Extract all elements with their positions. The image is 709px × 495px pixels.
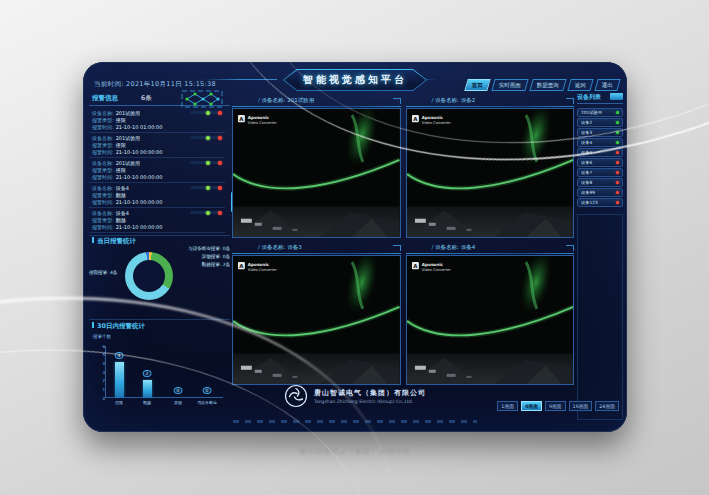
device-list-item[interactable]: 设备7: [577, 168, 623, 177]
video-frame: A Aposonic Video Converter: [407, 256, 574, 384]
layout-button-label: 9画面: [549, 403, 562, 409]
alarm-entry[interactable]: 设备名称:201试验用报警类型:侵限报警时间:21-10-10 01:00:00: [89, 108, 225, 133]
alarm-field-label: 报警类型:: [92, 117, 114, 123]
video-feed[interactable]: A Aposonic Video Converter: [232, 255, 401, 385]
device-list-item[interactable]: 201试验用: [577, 108, 623, 117]
svg-text:Aposonic: Aposonic: [248, 115, 270, 120]
bar-value-label: 2: [143, 370, 152, 377]
device-list-item[interactable]: 设备6: [577, 158, 623, 167]
green-status-dot: [206, 211, 210, 215]
nav-button-4[interactable]: 退出: [594, 79, 620, 91]
video-panel-header: 设备名称: 设备4: [406, 242, 575, 255]
daily-alarm-donut-chart: 侵限报警: 4条翻越报警: 2条异物报警: 0条与设备断连报警: 0条: [89, 248, 230, 318]
alarm-field-value: 201试验用: [116, 110, 141, 116]
layout-button-label: 4画面: [525, 403, 538, 409]
y-axis-tick: 3: [98, 370, 105, 375]
alarm-field-label: 报警时间:: [92, 224, 114, 230]
alarm-entry[interactable]: 设备名称:201试验用报警类型:侵限报警时间:21-10-10 00:00:00: [89, 133, 225, 158]
device-list-item[interactable]: 设备8: [577, 178, 623, 187]
device-name: 设备5: [581, 150, 616, 155]
y-axis-label: 报警个数: [93, 334, 111, 339]
alarm-status-bar: [190, 211, 222, 214]
device-status-dot: [616, 201, 619, 204]
donut-label: 侵限报警: 4条: [89, 270, 117, 275]
layout-button-2[interactable]: 9画面: [545, 401, 566, 411]
alarm-entry[interactable]: 设备名称:201试验用报警类型:侵限报警时间:21-10-10 00:00:00: [89, 158, 225, 183]
alarm-field-value: 201试验用: [116, 135, 141, 141]
device-name: 设备7: [581, 170, 616, 175]
video-panel-3[interactable]: 设备名称: 设备3 A Aposonic Video C: [232, 242, 401, 385]
device-name: 201试验用: [581, 110, 616, 115]
alarm-field-label: 报警时间:: [92, 199, 114, 205]
video-panel-4[interactable]: 设备名称: 设备4 A Aposonic Video C: [406, 242, 575, 385]
device-status-dot: [616, 181, 619, 184]
alarm-field-label: 设备名称:: [92, 135, 114, 141]
device-list-item[interactable]: 设备123: [577, 198, 623, 207]
svg-text:A: A: [239, 116, 244, 122]
svg-text:Aposonic: Aposonic: [421, 115, 443, 120]
nav-button-3[interactable]: 返回: [567, 79, 593, 91]
red-status-dot: [218, 161, 222, 165]
video-feed[interactable]: A Aposonic Video Converter: [406, 255, 575, 385]
nav-button-0[interactable]: 首页: [464, 79, 490, 91]
nav-button-2[interactable]: 数据查询: [529, 79, 566, 91]
video-panel-header: 设备名称: 设备2: [406, 95, 575, 108]
alarm-field-value: 侵限: [116, 117, 126, 123]
alarm-time-line: 报警时间:21-10-10 00:00:00: [92, 149, 225, 156]
alarm-entry[interactable]: 设备名称:设备4报警类型:翻越报警时间:21-10-10 00:00:00: [89, 183, 225, 208]
alarm-field-value: 21-10-10 00:00:00: [116, 174, 163, 180]
svg-text:A: A: [239, 263, 244, 269]
company-logo-icon: [284, 384, 308, 408]
right-sidebar: 设备列表 201试验用设备2设备3设备4设备5设备6设备7设备8设备99设备12…: [577, 92, 623, 422]
alarm-entry[interactable]: 设备名称:设备4报警类型:翻越报警时间:21-10-10 00:00:00: [89, 208, 225, 233]
nav-button-label: 退出: [602, 82, 613, 89]
green-status-dot: [206, 161, 210, 165]
alarm-field-label: 报警类型:: [92, 142, 114, 148]
device-name: 设备6: [581, 160, 616, 165]
donut-ring: [125, 252, 173, 300]
alarm-time-line: 报警时间:21-10-10 00:00:00: [92, 224, 225, 231]
device-status-dot: [616, 121, 619, 124]
video-panel-2[interactable]: 设备名称: 设备2 A Aposonic Video C: [406, 95, 575, 238]
decor-bracket: [393, 98, 401, 104]
alarm-status-bar: [190, 161, 222, 164]
video-feed[interactable]: A Aposonic Video Converter: [232, 108, 401, 238]
device-name: 设备123: [581, 200, 616, 205]
alarm-field-value: 翻越: [116, 217, 126, 223]
device-list-item[interactable]: 设备3: [577, 128, 623, 137]
layout-button-3[interactable]: 16画面: [569, 401, 593, 411]
alarm-field-value: 21-10-10 00:00:00: [116, 224, 163, 230]
layout-button-4[interactable]: 24画面: [595, 401, 619, 411]
alarm-field-label: 报警时间:: [92, 149, 114, 155]
svg-text:Aposonic: Aposonic: [248, 262, 270, 267]
svg-text:A: A: [413, 263, 418, 269]
video-frame: A Aposonic Video Converter: [233, 256, 400, 384]
nav-button-label: 首页: [472, 82, 483, 89]
nav-button-label: 数据查询: [537, 82, 559, 89]
divider: [89, 235, 230, 236]
alarm-field-value: 侵限: [116, 167, 126, 173]
decor-bracket: [566, 245, 574, 251]
layout-button-1[interactable]: 4画面: [521, 401, 542, 411]
device-list-item[interactable]: 设备5: [577, 148, 623, 157]
video-feed[interactable]: A Aposonic Video Converter: [406, 108, 575, 238]
nav-button-label: 返回: [575, 82, 586, 89]
device-status-dot: [616, 141, 619, 144]
alarm-type-line: 报警类型:侵限: [92, 142, 225, 149]
device-list-action-button[interactable]: [610, 93, 623, 100]
device-list-item[interactable]: 设备4: [577, 138, 623, 147]
svg-text:Video Converter: Video Converter: [248, 121, 277, 125]
alarm-field-label: 报警时间:: [92, 174, 114, 180]
company-name-cn: 唐山智诚电气（集团）有限公司: [314, 388, 426, 398]
device-status-dot: [616, 151, 619, 154]
device-status-dot: [616, 191, 619, 194]
video-panel-1[interactable]: 设备名称: 201试验用 A Aposonic Vide: [232, 95, 401, 238]
layout-button-0[interactable]: 1画面: [497, 401, 518, 411]
y-axis-tick: 2: [98, 378, 105, 383]
device-list-item[interactable]: 设备2: [577, 118, 623, 127]
nav-button-1[interactable]: 实时画面: [491, 79, 528, 91]
device-list-item[interactable]: 设备99: [577, 188, 623, 197]
video-grid: 设备名称: 201试验用 A Aposonic Vide: [232, 95, 574, 385]
alarm-status-bar: [190, 186, 222, 189]
layout-button-label: 24画面: [599, 403, 615, 409]
